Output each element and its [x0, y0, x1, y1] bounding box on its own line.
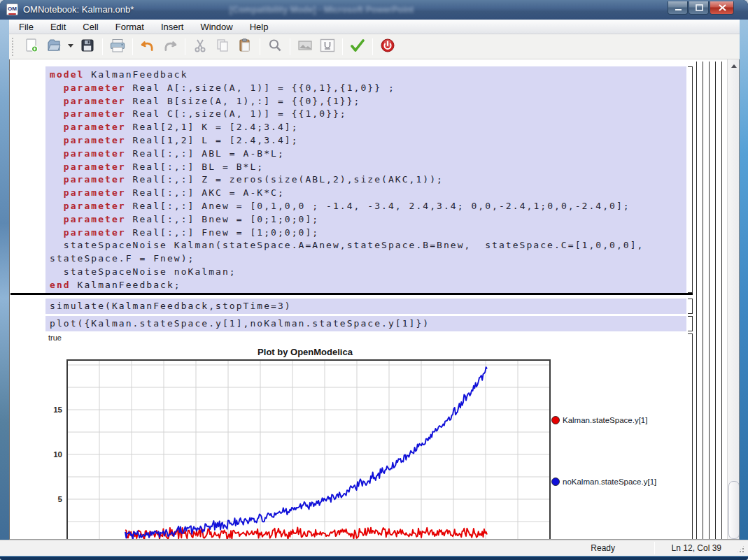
cut-button[interactable]	[190, 37, 211, 57]
stop-power-icon	[379, 37, 396, 56]
menu-item-cell[interactable]: Cell	[76, 20, 105, 34]
save-icon	[79, 37, 96, 56]
legend-marker-icon	[552, 478, 560, 486]
underline-icon	[318, 37, 337, 56]
paste-icon	[237, 37, 253, 56]
validate-check-icon	[348, 37, 367, 56]
new-document-button[interactable]	[21, 37, 42, 57]
menubar: FileEditCellFormatInsertWindowHelp	[9, 20, 740, 34]
cell-group-bracket[interactable]	[696, 62, 697, 540]
print-icon	[108, 37, 127, 56]
model-code-cell[interactable]: model KalmanFeedback parameter Real A[:,…	[45, 66, 686, 293]
menu-item-edit[interactable]: Edit	[43, 20, 73, 34]
menu-item-window[interactable]: Window	[193, 20, 239, 34]
simulate-code-text: simulate(KalmanFeedback,stopTime=3)	[50, 301, 292, 311]
underline-button[interactable]	[317, 37, 338, 57]
search-button[interactable]	[264, 37, 285, 57]
window-title: OMNotebook: Kalman.onb*	[23, 4, 134, 15]
minimize-button[interactable]	[668, 1, 688, 15]
maximize-button[interactable]	[689, 1, 709, 15]
plot-code-cell[interactable]: plot({Kalman.stateSpace.y[1],noKalman.st…	[45, 316, 686, 331]
code-line: parameter Real[1,2] L = [2.4,3.4];	[50, 134, 686, 148]
cell-cursor-line[interactable]	[10, 293, 693, 295]
omnotebook-window: OM OMNotebook: Kalman.onb* [Compatibilit…	[0, 0, 748, 560]
toolbar	[9, 34, 740, 59]
toolbar-separator	[342, 38, 343, 55]
validate-check-button[interactable]	[347, 37, 368, 57]
menu-item-format[interactable]: Format	[108, 20, 151, 34]
search-icon	[267, 37, 283, 56]
toolbar-separator	[372, 38, 373, 55]
plot-cell-bracket[interactable]	[688, 316, 693, 331]
image-button[interactable]	[295, 37, 316, 57]
cell-group-bracket[interactable]	[703, 62, 703, 540]
scroll-up-arrow-icon[interactable]	[728, 61, 740, 71]
copy-button[interactable]	[212, 37, 233, 57]
undo-button[interactable]	[137, 37, 158, 57]
code-line: stateSpaceNoise Kalman(stateSpace.A=Anew…	[50, 239, 686, 252]
statusbar: Ready Ln 12, Col 39	[0, 540, 748, 556]
output-text: true	[48, 333, 62, 342]
code-line: parameter Real[:,:] Bnew = [0;1;0;0];	[50, 213, 686, 227]
image-icon	[296, 37, 314, 56]
close-button[interactable]	[710, 1, 734, 15]
undo-icon	[139, 37, 157, 56]
notebook-area: model KalmanFeedback parameter Real A[:,…	[9, 59, 740, 540]
menu-item-insert[interactable]: Insert	[154, 20, 191, 34]
simulate-code-cell[interactable]: simulate(KalmanFeedback,stopTime=3)	[45, 299, 686, 314]
plot-code-text: plot({Kalman.stateSpace.y[1],noKalman.st…	[50, 318, 430, 329]
resize-grip[interactable]	[736, 545, 745, 554]
plot-title: Plot by OpenModelica	[257, 347, 353, 357]
toolbar-separator	[290, 38, 290, 55]
window-border-bottom	[0, 556, 748, 560]
stop-power-button[interactable]	[377, 37, 398, 57]
code-line: parameter Real C[:,size(A, 1)] = {{1,0}}…	[50, 108, 686, 121]
legend-label: noKalman.stateSpace.y[1]	[563, 478, 656, 486]
plot-curves	[125, 367, 487, 540]
code-line: parameter Real[:,:] ABL = A-B*L;	[50, 148, 686, 161]
model-cell-bracket[interactable]	[688, 66, 693, 293]
code-line: model KalmanFeedback	[50, 69, 686, 82]
output-cell-bracket[interactable]	[688, 333, 693, 540]
menu-item-file[interactable]: File	[12, 20, 41, 34]
titlebar[interactable]: OM OMNotebook: Kalman.onb* [Compatibilit…	[0, 0, 748, 20]
legend-marker-icon	[552, 417, 560, 424]
redo-button[interactable]	[160, 37, 181, 57]
cut-icon	[192, 37, 209, 56]
vertical-scrollbar[interactable]	[727, 59, 740, 540]
toolbar-separator	[260, 38, 260, 55]
simulate-cell-bracket[interactable]	[688, 299, 693, 314]
code-line: parameter Real[:,:] Fnew = [1;0;0;0];	[50, 227, 686, 240]
new-document-icon	[23, 37, 40, 56]
window-border-left	[0, 20, 9, 556]
open-dropdown-icon	[66, 37, 75, 56]
code-line: parameter Real[:,:] AKC = A-K*C;	[50, 187, 686, 200]
scrollbar-thumb[interactable]	[728, 481, 740, 539]
svg-text:5: 5	[58, 495, 63, 503]
cell-group-bracket[interactable]	[709, 62, 710, 540]
cell-group-bracket[interactable]	[721, 62, 722, 540]
code-line: parameter Real B[size(A, 1),:] = {{0},{1…	[50, 95, 686, 108]
legend-label: Kalman.stateSpace.y[1]	[563, 416, 647, 424]
open-folder-button[interactable]	[43, 37, 64, 57]
toolbar-grip-handle[interactable]	[12, 38, 16, 56]
print-button[interactable]	[107, 37, 128, 57]
code-line: parameter Real A[:,size(A, 1)] = {{0,1},…	[50, 82, 686, 95]
toolbar-separator	[132, 38, 133, 55]
svg-text:15: 15	[53, 405, 62, 414]
code-line: stateSpaceNoise noKalman;	[50, 266, 686, 279]
paste-button[interactable]	[234, 37, 255, 57]
status-separator	[654, 542, 655, 554]
save-button[interactable]	[77, 37, 98, 57]
open-dropdown-button[interactable]	[66, 37, 76, 57]
status-cursor-position: Ln 12, Col 39	[672, 543, 721, 553]
series-curve-1	[125, 367, 487, 539]
svg-text:10: 10	[53, 450, 62, 459]
menu-item-help[interactable]: Help	[243, 20, 276, 34]
plot-legend: Kalman.stateSpace.y[1]noKalman.stateSpac…	[552, 416, 657, 486]
code-line: parameter Real[:,:] BL = B*L;	[50, 161, 686, 174]
cell-group-bracket[interactable]	[715, 62, 716, 540]
legend-item: Kalman.stateSpace.y[1]	[552, 416, 648, 424]
background-window-title: [Compatibility Mode] - Microsoft PowerPo…	[230, 5, 544, 15]
plot-y-tick-labels: 51015	[53, 405, 62, 503]
